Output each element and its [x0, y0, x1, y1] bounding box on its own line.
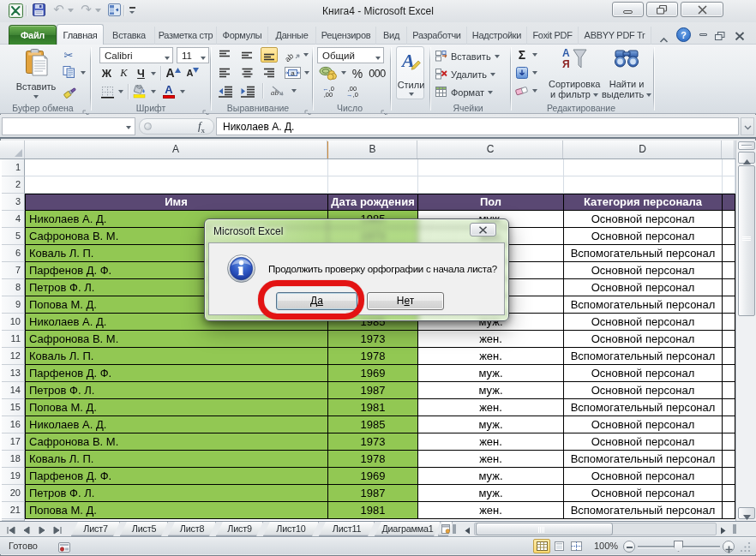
cell-d12[interactable]: Вспомогательный персонал	[564, 348, 723, 365]
window-minimize-button[interactable]	[612, 2, 644, 17]
fill-dropdown-icon[interactable]	[532, 71, 537, 75]
row-header-1[interactable]: 1	[2, 159, 25, 176]
cell-e20[interactable]	[723, 485, 735, 502]
zoom-slider-thumb[interactable]	[674, 541, 683, 552]
row-header-9[interactable]: 9	[2, 296, 25, 314]
column-header-a[interactable]: A	[25, 140, 327, 158]
cell-e2[interactable]	[723, 176, 735, 194]
cell-c13[interactable]: муж.	[418, 365, 564, 382]
align-top-button[interactable]	[216, 47, 233, 63]
cells-format-button[interactable]: Формат	[434, 84, 507, 100]
row-header-5[interactable]: 5	[2, 228, 25, 245]
cell-e6[interactable]	[723, 245, 735, 262]
cell-d13[interactable]: Основной персонал	[564, 365, 723, 382]
cell-c19[interactable]: муж.	[418, 468, 564, 485]
find-select-button[interactable]: Найти и выделить	[602, 46, 651, 101]
cell-b19[interactable]: 1969	[328, 468, 418, 485]
tab-review[interactable]: Рецензиров	[316, 27, 376, 45]
cell-c15[interactable]: жен.	[418, 399, 564, 416]
cell-b2[interactable]	[328, 176, 418, 194]
format-painter-button[interactable]	[60, 84, 77, 99]
clear-dropdown-icon[interactable]	[532, 89, 537, 93]
tab-home[interactable]: Главная	[57, 24, 104, 45]
row-header-18[interactable]: 18	[2, 451, 25, 468]
tab-file[interactable]: Файл	[9, 25, 57, 45]
hscroll-left-button[interactable]	[461, 523, 473, 535]
sheet-tab-list8[interactable]: Лист8	[168, 522, 216, 536]
customize-qat-icon[interactable]	[129, 7, 137, 15]
underline-dropdown-icon[interactable]	[151, 72, 156, 75]
cell-a15[interactable]: Попова М. Д.	[25, 399, 328, 416]
header-cell-b3[interactable]: Дата рождения	[328, 194, 418, 211]
cell-a19[interactable]: Парфенов Д. Ф.	[25, 468, 328, 485]
orientation-button[interactable]: ab	[283, 47, 302, 63]
cell-d14[interactable]: Основной персонал	[564, 382, 723, 399]
cell-e12[interactable]	[723, 348, 735, 365]
increase-indent-button[interactable]	[238, 83, 257, 99]
row-header-3[interactable]: 3	[2, 194, 25, 211]
scrollbar-split-handle[interactable]	[738, 141, 755, 150]
underline-button[interactable]: Ч	[134, 66, 148, 81]
align-middle-button[interactable]	[238, 47, 255, 63]
comma-style-button[interactable]: 000	[367, 65, 387, 81]
align-left-button[interactable]	[216, 65, 233, 81]
row-header-17[interactable]: 17	[2, 433, 25, 451]
wrap-text-dropdown-icon[interactable]	[291, 89, 297, 93]
cell-d21[interactable]: Вспомогательный персонал	[564, 502, 723, 519]
cells-delete-button[interactable]: Удалить	[434, 66, 507, 82]
dialog-launcher-icon[interactable]	[381, 105, 387, 111]
decrease-decimal-button[interactable]: ,00→,0	[342, 84, 363, 99]
cell-d19[interactable]: Основной персонал	[564, 468, 723, 485]
row-header-16[interactable]: 16	[2, 416, 25, 433]
save-button[interactable]	[32, 3, 45, 17]
tab-developer[interactable]: Разработчи	[407, 27, 467, 45]
cell-e11[interactable]	[723, 331, 735, 348]
undo-button[interactable]: ↶	[51, 2, 66, 17]
dialog-launcher-icon[interactable]	[304, 105, 311, 111]
row-header-20[interactable]: 20	[2, 485, 25, 502]
header-cell-e3[interactable]	[723, 194, 735, 211]
dropdown-arrow-icon[interactable]	[161, 48, 172, 63]
cell-e21[interactable]	[723, 502, 735, 519]
font-color-dropdown-icon[interactable]	[180, 90, 185, 93]
cell-e17[interactable]	[723, 433, 735, 451]
fill-button[interactable]	[514, 65, 530, 80]
cell-e7[interactable]	[723, 262, 735, 279]
insert-function-button[interactable]: fx	[198, 119, 205, 135]
sort-filter-button[interactable]: АЯ Сортировка и фильтр	[549, 46, 600, 101]
column-header-b[interactable]: B	[328, 140, 417, 158]
row-header-19[interactable]: 19	[2, 468, 25, 485]
tab-addins[interactable]: Надстройки	[467, 27, 527, 45]
normal-view-button[interactable]	[533, 539, 550, 553]
cell-d18[interactable]: Вспомогательный персонал	[564, 451, 723, 468]
zoom-level-label[interactable]: 100%	[591, 541, 621, 553]
merge-dropdown-icon[interactable]	[304, 71, 309, 75]
accounting-dropdown-icon[interactable]	[341, 71, 346, 75]
cell-d16[interactable]: Основной персонал	[564, 416, 723, 433]
select-all-corner[interactable]	[2, 140, 25, 158]
align-right-button[interactable]	[261, 65, 278, 81]
cell-e18[interactable]	[723, 451, 735, 468]
cell-c21[interactable]: жен.	[418, 502, 564, 519]
cell-e4[interactable]	[723, 211, 735, 228]
cell-b11[interactable]: 1973	[328, 331, 418, 348]
row-header-11[interactable]: 11	[2, 331, 25, 348]
page-break-view-button[interactable]	[567, 539, 585, 553]
cell-c11[interactable]: жен.	[418, 331, 564, 348]
sheet-tab-list10[interactable]: Лист10	[263, 522, 319, 536]
sheet-tab-list11[interactable]: Лист11	[319, 522, 375, 536]
cell-a21[interactable]: Попова М. Д.	[25, 502, 328, 519]
redo-button[interactable]: ↷	[79, 2, 93, 17]
row-header-13[interactable]: 13	[2, 365, 25, 382]
hscroll-right-button[interactable]	[717, 523, 729, 535]
column-header-d[interactable]: D	[564, 140, 722, 158]
fill-color-button[interactable]	[131, 84, 148, 99]
cell-d20[interactable]: Основной персонал	[564, 485, 723, 502]
accounting-format-button[interactable]	[318, 65, 339, 81]
page-layout-view-button[interactable]	[550, 539, 567, 553]
tab-foxit-pdf[interactable]: Foxit PDF	[527, 27, 579, 45]
cell-d9[interactable]: Вспомогательный персонал	[564, 296, 723, 314]
cell-c16[interactable]: муж.	[418, 416, 564, 433]
row-header-15[interactable]: 15	[2, 399, 25, 416]
cell-a17[interactable]: Сафронова В. М.	[25, 433, 328, 451]
